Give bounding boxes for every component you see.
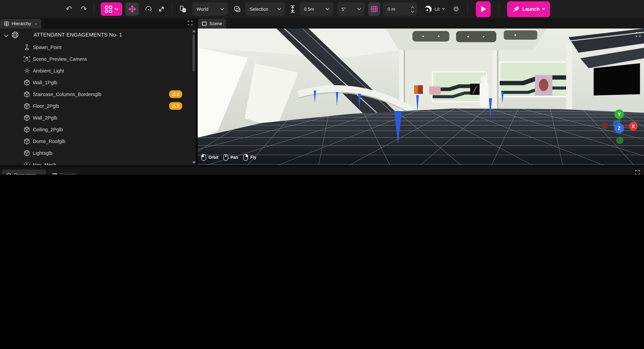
selection-dropdown[interactable]: Selection (245, 2, 285, 16)
scale-tool-button[interactable] (158, 5, 165, 13)
chevron-down-icon (114, 7, 118, 11)
tab-hierarchy[interactable]: Hierarchy × (0, 19, 41, 29)
move-snap-value: 0.5m (304, 7, 314, 12)
elevation-stepper[interactable]: 0 m (383, 2, 417, 16)
camera-control-label: Pan (230, 155, 238, 160)
cube-icon (6, 172, 12, 175)
launch-button[interactable]: Launch (507, 1, 550, 17)
step-down-icon[interactable] (411, 10, 414, 13)
hierarchy-item[interactable]: Dome_Roofglb ⚠ (0, 135, 196, 147)
warning-badge[interactable]: ⚠2 (169, 102, 182, 110)
maximize-viewport-icon[interactable] (636, 32, 641, 37)
axis-gizmo[interactable]: Y Z X (600, 104, 638, 144)
mesh-icon (24, 138, 30, 145)
spawn-icon (24, 44, 30, 51)
rocket-icon (512, 6, 519, 13)
step-up-icon[interactable] (411, 6, 414, 10)
mouse-right-icon (243, 154, 248, 161)
hierarchy-item-label: Dome_Roofglb (33, 139, 65, 144)
play-icon (481, 6, 486, 12)
camera-icon (24, 56, 30, 62)
warning-icon: ⚠ (172, 104, 176, 108)
maximize-resources-icon[interactable] (635, 170, 640, 175)
hierarchy-item[interactable]: Staircase_Columns_Bordersglb ⚠2 (0, 88, 196, 100)
hierarchy-scrollbar[interactable] (192, 30, 195, 164)
selection-dropdown-label: Selection (250, 7, 268, 12)
hierarchy-item[interactable]: Ambient_Light ⚠ (0, 65, 196, 77)
chevron-down-icon (542, 7, 545, 10)
camera-control-label: Orbit (208, 155, 218, 160)
chevron-down-icon (220, 7, 224, 11)
warning-badge[interactable]: ⚠2 (169, 90, 182, 98)
scene-render[interactable]: Orbit Pan Fly Y Z X (198, 29, 644, 165)
lit-mode-dropdown[interactable]: Lit (424, 5, 444, 13)
hierarchy-item-label: Floor_2Pglb (33, 103, 59, 109)
hierarchy-item-label: Wall_2Pglb (33, 115, 58, 120)
chevron-expand-icon[interactable] (4, 33, 8, 37)
editor-window: ↶ ↷ (0, 0, 644, 175)
grid-toggle-button[interactable] (368, 2, 380, 16)
camera-control-hint: Orbit (201, 154, 218, 161)
redo-button[interactable]: ↷ (81, 5, 87, 14)
tab-scene[interactable]: Scene (198, 19, 226, 29)
scroll-down-icon[interactable] (192, 161, 196, 164)
hierarchy-item[interactable]: Spawn_Point ⚠ (0, 41, 196, 53)
chevron-down-icon (277, 7, 281, 11)
scroll-up-icon[interactable] (192, 30, 196, 32)
undo-button[interactable]: ↶ (66, 5, 72, 14)
hierarchy-item[interactable]: Ceiling_2Pglb ⚠ (0, 124, 196, 135)
maximize-panel-icon[interactable] (188, 21, 193, 27)
camera-control-hint: Pan (223, 154, 238, 161)
close-icon[interactable]: × (39, 172, 42, 175)
shading-sphere-icon (424, 5, 432, 13)
hierarchy-root[interactable]: ATTENDANT ENGAGEMENTS No- 1 (0, 29, 196, 41)
rotate-tool-button[interactable] (144, 5, 152, 13)
launch-label: Launch (522, 6, 540, 12)
layout-tool-button[interactable] (101, 2, 122, 16)
hierarchy-tree: ATTENDANT ENGAGEMENTS No- 1 Spawn_Point … (0, 29, 196, 165)
top-toolbar: ↶ ↷ (0, 0, 644, 18)
move-arrows-icon (128, 5, 136, 13)
rotate-snap-dropdown[interactable]: 5° (337, 2, 365, 16)
navmesh-icon (24, 161, 30, 165)
hierarchy-item-label: Lightsglb (33, 150, 52, 156)
height-measure-icon[interactable] (290, 5, 296, 14)
light-icon (24, 67, 30, 74)
gizmo-y-label: Y (618, 111, 621, 117)
mesh-icon (24, 79, 30, 86)
window-mode-icon[interactable] (233, 5, 241, 13)
close-icon[interactable]: × (34, 21, 37, 26)
hierarchy-item-label: Wall_1Pglb (33, 80, 58, 85)
tab-console[interactable]: Console (48, 170, 80, 175)
mesh-icon (24, 150, 30, 156)
hierarchy-item[interactable]: Scene_Preview_Camera ⚠ (0, 53, 196, 65)
play-button[interactable] (476, 1, 490, 17)
duplicate-icon[interactable] (179, 5, 187, 13)
hierarchy-item[interactable]: Nav_Mesh ⚠ (0, 159, 196, 165)
hierarchy-item-label: Ambient_Light (33, 68, 64, 73)
camera-control-hint: Fly (243, 154, 256, 161)
move-tool-button[interactable] (126, 2, 139, 16)
chevron-down-icon (442, 7, 445, 10)
gizmo-z-label: Z (618, 125, 621, 131)
mesh-icon (24, 103, 30, 109)
globe-icon (12, 31, 19, 39)
tab-scene-label: Scene (210, 21, 222, 26)
hierarchy-item[interactable]: Floor_2Pglb ⚠2 (0, 100, 196, 112)
hierarchy-item[interactable]: Wall_2Pglb ⚠ (0, 112, 196, 124)
hierarchy-item[interactable]: Wall_1Pglb ⚠ (0, 77, 196, 88)
hierarchy-item[interactable]: Lightsglb ⚠ (0, 147, 196, 159)
move-snap-dropdown[interactable]: 0.5m (300, 2, 333, 16)
scene-icon (202, 22, 207, 26)
bottom-panel: Resources × Console Assets Integrations … (0, 167, 644, 175)
hierarchy-item-label: Ceiling_2Pglb (33, 127, 63, 132)
hierarchy-panel: Hierarchy × ATTENDANT ENGAGEMENTS No- 1 (0, 18, 196, 165)
scene-viewport[interactable]: Scene (198, 18, 644, 165)
grid-2x2-icon (105, 6, 112, 13)
world-dropdown[interactable]: World (192, 2, 228, 16)
mouse-left-icon (201, 154, 206, 161)
hierarchy-item-label: Spawn_Point (33, 45, 62, 50)
tab-resources[interactable]: Resources × (2, 170, 46, 175)
mesh-icon (24, 91, 30, 98)
settings-gear-icon[interactable]: ⚙ (453, 5, 459, 13)
